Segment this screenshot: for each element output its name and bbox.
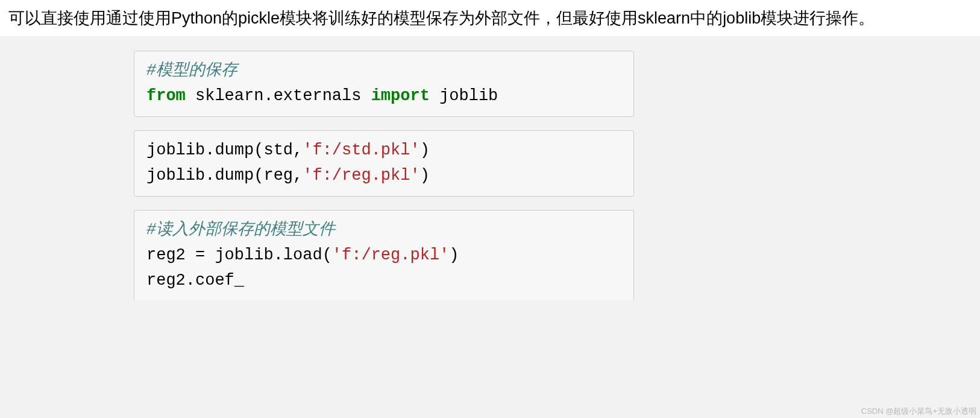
intro-container: 可以直接使用通过使用Python的pickle模块将训练好的模型保存为外部文件，…	[0, 0, 980, 36]
code-line: from sklearn.externals import joblib	[146, 84, 621, 109]
code-text: reg2.coef_	[146, 271, 244, 290]
code-text: )	[420, 166, 430, 185]
code-text: )	[449, 246, 459, 264]
code-line: reg2 = joblib.load('f:/reg.pkl')	[146, 243, 621, 268]
string-literal: 'f:/std.pkl'	[303, 141, 419, 159]
code-text: joblib.dump(reg,	[146, 166, 303, 185]
comment-text: #模型的保存	[146, 62, 237, 80]
code-line: reg2.coef_	[146, 268, 621, 294]
keyword-import: import	[371, 87, 430, 105]
module-name: sklearn.externals	[186, 87, 371, 105]
intro-paragraph: 可以直接使用通过使用Python的pickle模块将训练好的模型保存为外部文件，…	[8, 7, 972, 29]
code-block-2: joblib.dump(std,'f:/std.pkl') joblib.dum…	[134, 130, 634, 197]
code-text: )	[420, 141, 430, 159]
module-name: joblib	[430, 87, 498, 105]
code-line: joblib.dump(reg,'f:/reg.pkl')	[146, 163, 621, 189]
code-text: reg2 = joblib.load(	[146, 246, 332, 264]
code-text: joblib.dump(std,	[146, 141, 303, 159]
code-block-3: #读入外部保存的模型文件 reg2 = joblib.load('f:/reg.…	[134, 210, 634, 301]
watermark-text: CSDN @超级小菜鸟+无敌小透明	[861, 406, 976, 417]
code-line: joblib.dump(std,'f:/std.pkl')	[146, 138, 621, 163]
code-line: #模型的保存	[146, 59, 621, 84]
code-line: #读入外部保存的模型文件	[146, 218, 621, 243]
string-literal: 'f:/reg.pkl'	[332, 246, 449, 264]
code-area: #模型的保存 from sklearn.externals import job…	[134, 51, 634, 300]
code-block-1: #模型的保存 from sklearn.externals import job…	[134, 51, 634, 117]
comment-text: #读入外部保存的模型文件	[146, 221, 335, 239]
string-literal: 'f:/reg.pkl'	[303, 166, 419, 185]
keyword-from: from	[146, 87, 186, 105]
